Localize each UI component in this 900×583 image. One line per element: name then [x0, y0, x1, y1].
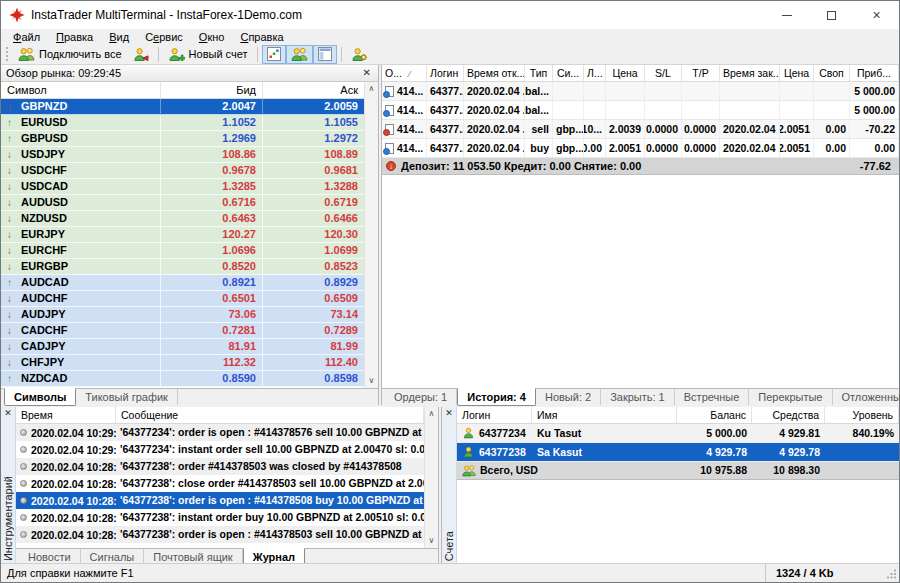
market-row-gbpnzd[interactable]: ↓GBPNZD2.00472.0059	[1, 99, 364, 115]
orders-col-header[interactable]: Приб...	[850, 65, 899, 81]
menu-item-view[interactable]: Вид	[101, 31, 137, 43]
order-symbol-cell: gbp...	[553, 120, 584, 138]
orders-tab-overlapped[interactable]: Перекрытые	[749, 389, 832, 405]
market-row-usdcad[interactable]: ↓USDCAD1.32851.3288	[1, 179, 364, 195]
new-account-button[interactable]: Новый счет	[163, 45, 253, 64]
journal-row[interactable]: 2020.02.04 10:29:...'64377234': order is…	[16, 424, 424, 441]
market-row-eurchf[interactable]: ↓EURCHF1.06961.0699	[1, 243, 364, 259]
accounts-toggle-button[interactable]	[286, 45, 313, 64]
market-row-audjpy[interactable]: ↓AUDJPY73.0673.14	[1, 307, 364, 323]
orders-tab-counter[interactable]: Встречные	[675, 389, 750, 405]
orders-col-header[interactable]: Логин	[427, 65, 464, 81]
maximize-button[interactable]	[809, 1, 854, 29]
order-row[interactable]: 414...64377...2020.02.04 ...bal...5 000.…	[382, 101, 899, 120]
orders-col-header[interactable]: Время зак...	[720, 65, 780, 81]
market-row-nzdusd[interactable]: ↓NZDUSD0.64630.6466	[1, 211, 364, 227]
journal-row[interactable]: 2020.02.04 10:29:...'64377234': instant …	[16, 441, 424, 458]
document-blue-icon	[385, 105, 394, 116]
orders-col-header[interactable]: Цена	[780, 65, 814, 81]
orders-col-header[interactable]: S/L	[645, 65, 682, 81]
market-row-eurusd[interactable]: ↑EURUSD1.10521.1055	[1, 115, 364, 131]
market-row-audusd[interactable]: ↓AUDUSD0.67160.6719	[1, 195, 364, 211]
menu-item-service[interactable]: Сервис	[137, 31, 191, 43]
settings-button[interactable]	[346, 45, 373, 64]
symbol-label: AUDCHF	[21, 291, 67, 306]
orders-col-header[interactable]: Своп	[814, 65, 850, 81]
menu-item-file[interactable]: Файл	[5, 31, 48, 43]
market-col-header[interactable]: Аск	[263, 82, 365, 98]
journal-row[interactable]: 2020.02.04 10:28:...'64377238': order #4…	[16, 458, 424, 475]
journal-col-header[interactable]: Сообщение	[116, 407, 424, 423]
journal-row[interactable]: 2020.02.04 10:28:...'64377238': order is…	[16, 526, 424, 543]
orders-col-header[interactable]: Цена	[606, 65, 645, 81]
orders-tab-new[interactable]: Новый: 2	[536, 389, 601, 405]
accounts-col-header[interactable]: Средства	[752, 407, 825, 423]
resize-grip[interactable]	[883, 564, 899, 582]
accounts-col-header[interactable]: Имя	[532, 407, 677, 423]
market-row-cadjpy[interactable]: ↓CADJPY81.9181.99	[1, 339, 364, 355]
order-row[interactable]: 414...64377...2020.02.04 ...buygbp...0.0…	[382, 139, 899, 158]
scroll-down-icon[interactable]: ∨	[429, 534, 435, 548]
terminal-toggle-button[interactable]	[313, 45, 337, 64]
accounts-col-header[interactable]: Логин	[457, 407, 532, 423]
up-arrow-icon: ↑	[7, 371, 16, 386]
order-row[interactable]: 414...64377...2020.02.04 ...bal...5 000.…	[382, 82, 899, 101]
disconnect-all-button[interactable]	[127, 45, 154, 64]
orders-tab-pending[interactable]: Отложенный: 1	[833, 389, 900, 405]
market-col-header[interactable]: Бид	[161, 82, 263, 98]
orders-col-header[interactable]: О...∕	[382, 65, 427, 81]
order-close-time-cell: 2020.02.04 ...	[720, 139, 780, 157]
journal-row[interactable]: 2020.02.04 10:28:...'64377238': close or…	[16, 475, 424, 492]
journal-row[interactable]: 2020.02.04 10:28:...'64377238': order is…	[16, 492, 424, 509]
down-arrow-icon: ↓	[7, 243, 16, 258]
orders-col-header[interactable]: Л...	[584, 65, 606, 81]
account-row-64377234[interactable]: 64377234Ku Tasut5 000.004 929.81840.19%	[457, 424, 899, 443]
scroll-up-icon[interactable]: ∧	[369, 82, 375, 96]
market-row-audchf[interactable]: ↓AUDCHF0.65010.6509	[1, 291, 364, 307]
bid-cell: 120.27	[161, 227, 263, 243]
scroll-down-icon[interactable]: ∨	[369, 374, 375, 388]
order-swap-cell	[814, 82, 850, 100]
accounts-col-header[interactable]: Уровень	[825, 407, 899, 423]
orders-tab-history[interactable]: История: 4	[457, 388, 536, 406]
toolbar-grip[interactable]	[6, 47, 10, 61]
accounts-close-button[interactable]: ✕	[445, 407, 453, 420]
orders-tab-close[interactable]: Закрыть: 1	[601, 389, 675, 405]
minimize-button[interactable]	[764, 1, 809, 29]
market-watch-close-button[interactable]: ✕	[361, 68, 373, 78]
menu-item-help[interactable]: Справка	[232, 31, 291, 43]
market-row-usdjpy[interactable]: ↓USDJPY108.86108.89	[1, 147, 364, 163]
market-row-usdchf[interactable]: ↓USDCHF0.96780.9681	[1, 163, 364, 179]
journal-scrollbar[interactable]: ∧ ∨	[424, 407, 438, 548]
journal-row[interactable]: 2020.02.04 10:28:...'64377238': instant …	[16, 509, 424, 526]
orders-col-header[interactable]: Тип	[525, 65, 553, 81]
market-row-nzdcad[interactable]: ↑NZDCAD0.85900.8598	[1, 371, 364, 387]
close-button[interactable]: ×	[854, 1, 899, 29]
market-row-eurjpy[interactable]: ↓EURJPY120.27120.30	[1, 227, 364, 243]
order-row[interactable]: 414...64377...2020.02.04 ...sellgbp...10…	[382, 120, 899, 139]
journal-col-header[interactable]: Время	[16, 407, 116, 423]
menu-item-edit[interactable]: Правка	[48, 31, 101, 43]
market-row-cadchf[interactable]: ↓CADCHF0.72810.7289	[1, 323, 364, 339]
market-watch-scrollbar[interactable]: ∧ ∨	[364, 82, 378, 388]
accounts-col-header[interactable]: Баланс	[677, 407, 752, 423]
orders-tab-orders[interactable]: Ордеры: 1	[385, 389, 457, 405]
orders-col-header[interactable]: Время отк...	[464, 65, 525, 81]
market-row-eurgbp[interactable]: ↓EURGBP0.85200.8523	[1, 259, 364, 275]
down-arrow-icon: ↓	[7, 179, 16, 194]
market-row-audcad[interactable]: ↑AUDCAD0.89210.8929	[1, 275, 364, 291]
market-tab-symbols[interactable]: Символы	[4, 388, 76, 406]
toolbox-close-button[interactable]: ✕	[4, 407, 12, 420]
market-row-gbpusd[interactable]: ↑GBPUSD1.29691.2972	[1, 131, 364, 147]
connect-all-button[interactable]: Подключить все	[13, 45, 127, 64]
market-row-chfjpy[interactable]: ↓CHFJPY112.32112.40	[1, 355, 364, 371]
orders-col-header[interactable]: Си...	[553, 65, 584, 81]
scroll-up-icon[interactable]: ∧	[429, 407, 435, 421]
market-watch-toggle-button[interactable]	[262, 45, 286, 64]
orders-col-header[interactable]: T/P	[682, 65, 720, 81]
accounts-side-title: Счета	[443, 527, 455, 565]
account-row-64377238[interactable]: 64377238Sa Kasut4 929.784 929.78	[457, 443, 899, 462]
market-tab-tick-chart[interactable]: Тиковый график	[76, 389, 178, 405]
menu-item-window[interactable]: Окно	[191, 31, 233, 43]
market-col-header[interactable]: Символ	[1, 82, 161, 98]
